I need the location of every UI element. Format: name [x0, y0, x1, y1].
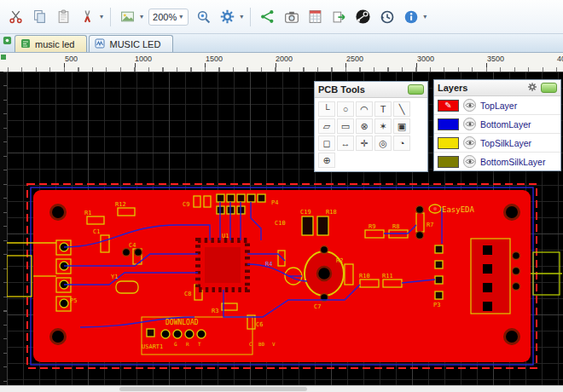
horizontal-scrollbar[interactable]: [0, 385, 563, 392]
settings-gear-icon[interactable]: [216, 5, 239, 28]
horizontal-ruler: 500 1000 1500 2000 2500 3000 3500 40: [7, 53, 563, 72]
silk-text-R[interactable]: R: [186, 341, 189, 347]
circle-tool-icon[interactable]: ○: [337, 101, 354, 117]
minimize-button[interactable]: [541, 83, 557, 93]
layer-visibility-eye-icon[interactable]: [463, 136, 476, 149]
silk-text-U1[interactable]: U1: [222, 233, 229, 239]
silk-text-R3[interactable]: R3: [212, 308, 218, 314]
ruler-tick: 3000: [417, 55, 434, 63]
main-toolbar: ▾ ▾ 200% ▾ ▾ ▾: [0, 0, 563, 34]
panel-title: PCB Tools: [318, 84, 365, 95]
track-tool-icon[interactable]: └: [318, 101, 335, 117]
measure-tool-icon[interactable]: ◎: [374, 135, 392, 151]
silk-text-C4[interactable]: C4: [129, 242, 136, 249]
silk-text-R18[interactable]: R18: [326, 209, 337, 216]
silk-text-C7[interactable]: C7: [314, 303, 321, 310]
share-icon[interactable]: [256, 5, 279, 28]
active-layer-pencil-icon: ✎: [444, 101, 451, 110]
layer-settings-gear-icon[interactable]: [527, 82, 537, 94]
image-tool-icon[interactable]: ▣: [393, 118, 410, 134]
zoom-search-icon[interactable]: [192, 5, 215, 28]
layer-visibility-eye-icon[interactable]: [463, 99, 476, 112]
silk-text-R4[interactable]: R4: [265, 261, 272, 268]
silk-text-R7[interactable]: R7: [427, 222, 433, 228]
info-icon[interactable]: [399, 5, 422, 28]
via-tool-icon[interactable]: ⊗: [356, 118, 373, 134]
ruler-tick: 2000: [276, 55, 293, 63]
copy-icon[interactable]: [28, 5, 51, 28]
layer-row-toplayer[interactable]: ✎ TopLayer: [434, 96, 560, 115]
protractor-tool-icon[interactable]: ◔: [393, 135, 410, 151]
layer-color-swatch[interactable]: [438, 156, 459, 168]
layer-visibility-eye-icon[interactable]: [463, 155, 476, 168]
silk-text-R9[interactable]: R9: [369, 223, 375, 230]
tab-schematic-music-led[interactable]: MUSIC LED: [89, 35, 173, 52]
bom-table-icon[interactable]: [304, 5, 327, 28]
layer-color-swatch[interactable]: [438, 118, 459, 130]
minimize-button[interactable]: [408, 84, 424, 95]
arc-tool-icon[interactable]: ◠: [356, 101, 373, 117]
silk-text-G[interactable]: G: [174, 341, 177, 347]
community-icon[interactable]: [351, 5, 374, 28]
layers-panel-header[interactable]: Layers: [434, 80, 560, 96]
cut-icon[interactable]: [4, 5, 27, 28]
silk-text-Y1[interactable]: Y1: [111, 274, 118, 280]
camera-icon[interactable]: [280, 5, 303, 28]
silk-text-C8[interactable]: C8: [184, 291, 191, 297]
history-icon[interactable]: [375, 5, 398, 28]
layer-row-bottomlayer[interactable]: BottomLayer: [434, 115, 560, 134]
silk-text-C19[interactable]: C19: [300, 209, 311, 216]
silk-text-C9[interactable]: C9: [183, 201, 189, 208]
pcb-file-icon: [20, 38, 31, 50]
silk-text-R12[interactable]: R12: [115, 201, 126, 208]
dimension-tool-icon[interactable]: ↔: [337, 135, 354, 151]
zoom-level-select[interactable]: 200% ▾: [148, 9, 189, 26]
layer-label: TopSilkLayer: [480, 138, 531, 148]
ruler-tick: 1000: [135, 55, 152, 63]
drag-tool-icon[interactable]: ✛: [356, 135, 373, 151]
silk-text-P3[interactable]: P3: [433, 302, 440, 308]
silk-text-C6[interactable]: C6: [256, 321, 263, 328]
silk-text-V[interactable]: V: [272, 341, 276, 347]
silk-text-R8[interactable]: R8: [392, 223, 399, 230]
wire-tool-icon[interactable]: [76, 5, 99, 28]
copper-area-tool-icon[interactable]: ▱: [318, 118, 335, 134]
tab-pcb-music-led[interactable]: music led: [15, 35, 87, 52]
tab-label: MUSIC LED: [109, 39, 160, 49]
layer-color-swatch[interactable]: ✎: [438, 100, 459, 112]
layer-row-topsilklayer[interactable]: TopSilkLayer: [434, 134, 560, 153]
silk-text-B0[interactable]: B0: [258, 341, 265, 347]
layer-row-bottomsilklayer[interactable]: BottomSilkLayer: [434, 153, 560, 170]
scrollbar-thumb[interactable]: [119, 387, 307, 391]
silk-text-R10[interactable]: R10: [359, 273, 370, 280]
rect-tool-icon[interactable]: ▭: [337, 118, 354, 134]
silk-text-R11[interactable]: R11: [382, 273, 393, 280]
layer-label: BottomLayer: [480, 119, 531, 130]
project-icon[interactable]: [3, 33, 12, 49]
ruler-tick: 1500: [206, 55, 223, 63]
silk-text-C10[interactable]: C10: [275, 220, 286, 227]
layer-label: TopLayer: [480, 101, 517, 111]
text-tool-icon[interactable]: T: [374, 101, 392, 117]
export-icon[interactable]: [328, 5, 351, 28]
paste-icon[interactable]: [52, 5, 75, 28]
silk-text-P4[interactable]: P4: [271, 199, 278, 206]
silk-text-DOWNLOAD[interactable]: DOWNLOAD: [165, 319, 199, 326]
ruler-tick: 500: [65, 55, 78, 63]
hole-tool-icon[interactable]: ◻: [318, 135, 335, 151]
silk-text-R1[interactable]: R1: [84, 210, 91, 216]
silk-text-C1[interactable]: C1: [93, 228, 100, 235]
silk-text-C[interactable]: C: [249, 341, 252, 347]
silk-text-T[interactable]: T: [198, 341, 201, 347]
pcb-tools-panel-header[interactable]: PCB Tools: [315, 82, 427, 98]
line-tool-icon[interactable]: ╲: [393, 101, 410, 117]
silk-text-P5[interactable]: P5: [70, 297, 77, 304]
layer-visibility-eye-icon[interactable]: [463, 118, 476, 130]
connection-tool-icon[interactable]: ⊕: [318, 153, 335, 168]
layer-color-swatch[interactable]: [438, 137, 459, 149]
silk-text-USART1[interactable]: USART1: [142, 343, 163, 350]
image-layer-icon[interactable]: [116, 5, 139, 28]
silk-text-EasyEDA[interactable]: EasyEDA: [442, 205, 475, 214]
solid-region-tool-icon[interactable]: ✶: [374, 118, 392, 134]
silk-text-R2[interactable]: R2: [336, 257, 343, 264]
